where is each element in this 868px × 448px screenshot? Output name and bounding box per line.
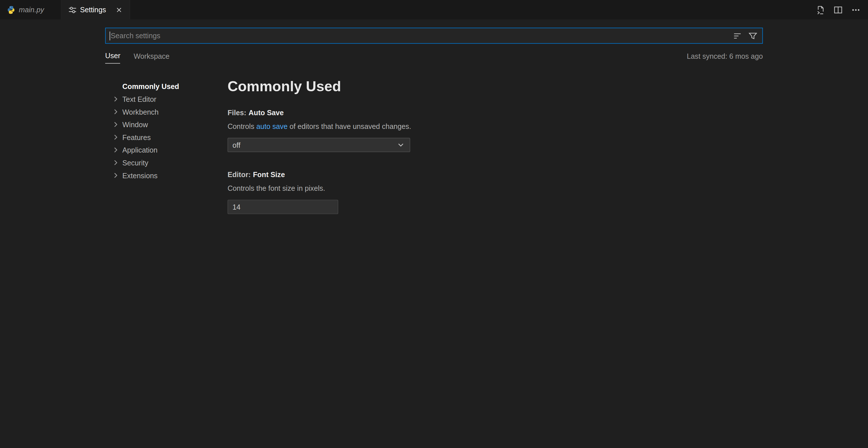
tab-main-py[interactable]: main.py	[0, 0, 61, 20]
text-caret	[110, 32, 110, 40]
toc-item-window[interactable]: Window	[111, 118, 227, 131]
toc-item-commonly-used[interactable]: Commonly Used	[111, 80, 227, 93]
settings-sliders-icon	[68, 5, 77, 14]
tab-label: Settings	[80, 5, 106, 14]
auto-save-link[interactable]: auto save	[256, 122, 287, 131]
select-value: off	[232, 141, 241, 149]
settings-search-box[interactable]	[105, 28, 763, 44]
chevron-right-icon	[111, 158, 120, 167]
auto-save-select[interactable]: off	[227, 138, 410, 152]
settings-toc: Commonly Used Text Editor Workbench Wind…	[111, 76, 227, 231]
font-size-input[interactable]	[227, 200, 338, 214]
setting-control	[227, 200, 763, 214]
python-icon	[6, 5, 16, 14]
chevron-right-icon	[111, 95, 120, 103]
scope-tab-workspace[interactable]: Workspace	[133, 52, 169, 64]
chevron-right-icon	[111, 146, 120, 154]
setting-category: Editor:	[227, 170, 251, 179]
toc-item-application[interactable]: Application	[111, 144, 227, 157]
settings-search-row	[0, 20, 868, 44]
more-actions-icon[interactable]	[851, 5, 860, 14]
toc-label: Text Editor	[122, 95, 156, 103]
toc-label: Extensions	[122, 171, 157, 180]
toc-label: Window	[122, 121, 148, 129]
clear-filters-icon[interactable]	[733, 31, 742, 40]
chevron-right-icon	[111, 133, 120, 142]
settings-body: Commonly Used Text Editor Workbench Wind…	[0, 76, 868, 231]
sync-status: Last synced: 6 mos ago	[687, 52, 763, 64]
setting-control: off	[227, 138, 763, 152]
vscode-window: main.py Settings	[0, 0, 868, 231]
chevron-right-icon	[111, 120, 120, 129]
tab-label: main.py	[19, 5, 44, 14]
setting-files-auto-save: Files:Auto Save Controls auto save of ed…	[227, 108, 763, 152]
toc-label: Application	[122, 146, 157, 154]
editor-actions	[816, 0, 868, 20]
setting-name: Font Size	[253, 170, 285, 179]
toc-label: Security	[122, 159, 148, 167]
toc-item-workbench[interactable]: Workbench	[111, 106, 227, 119]
desc-text: of editors that have unsaved changes.	[288, 122, 411, 131]
search-actions	[733, 31, 763, 40]
desc-text: Controls	[227, 122, 256, 131]
open-settings-json-icon[interactable]	[816, 5, 825, 14]
split-editor-icon[interactable]	[834, 5, 843, 14]
setting-category: Files:	[227, 108, 246, 117]
setting-description: Controls auto save of editors that have …	[227, 122, 763, 132]
toc-label: Commonly Used	[122, 83, 179, 91]
toc-item-features[interactable]: Features	[111, 131, 227, 144]
editor-tabbar: main.py Settings	[0, 0, 868, 20]
tab-settings[interactable]: Settings	[61, 0, 130, 20]
chevron-right-icon	[111, 107, 120, 116]
setting-description: Controls the font size in pixels.	[227, 184, 763, 194]
toc-label: Workbench	[122, 108, 159, 116]
page-title: Commonly Used	[227, 78, 763, 95]
settings-scope-row: User Workspace Last synced: 6 mos ago	[0, 44, 868, 64]
scope-tab-user[interactable]: User	[105, 51, 120, 64]
setting-title: Files:Auto Save	[227, 108, 763, 118]
setting-name: Auto Save	[249, 108, 284, 117]
filter-icon[interactable]	[748, 31, 757, 40]
search-input[interactable]	[106, 32, 733, 40]
chevron-right-icon	[111, 171, 120, 180]
toc-item-security[interactable]: Security	[111, 157, 227, 169]
setting-editor-font-size: Editor:Font Size Controls the font size …	[227, 170, 763, 214]
setting-title: Editor:Font Size	[227, 170, 763, 180]
close-tab-icon[interactable]	[115, 6, 123, 13]
toc-label: Features	[122, 133, 151, 142]
chevron-down-icon	[396, 140, 405, 150]
toc-item-extensions[interactable]: Extensions	[111, 169, 227, 182]
settings-list: Commonly Used Files:Auto Save Controls a…	[227, 76, 868, 231]
toc-item-text-editor[interactable]: Text Editor	[111, 93, 227, 106]
